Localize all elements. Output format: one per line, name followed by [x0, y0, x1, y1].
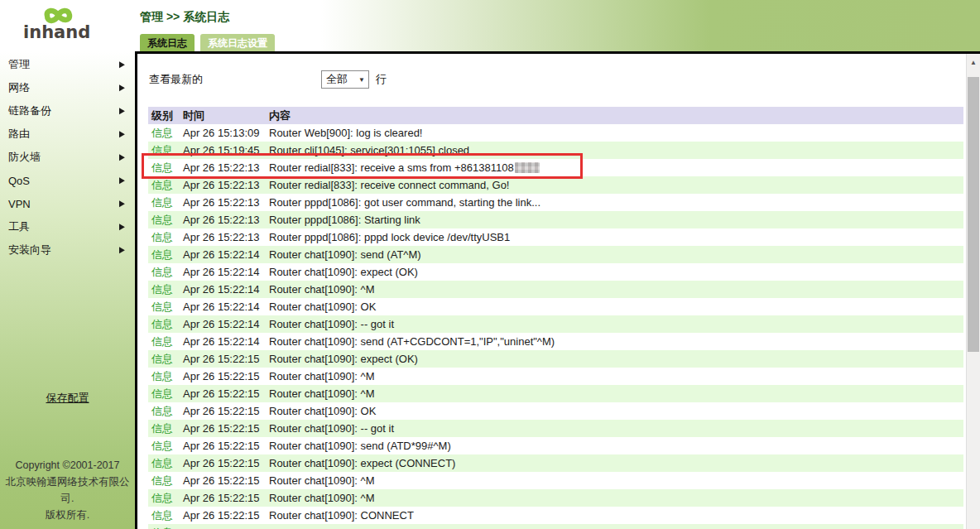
log-level: 信息	[148, 334, 180, 349]
log-content: Router chat[1090]: -- got it	[266, 318, 963, 330]
table-row: 信息 Apr 26 15:22:14 Router chat[1090]: --…	[148, 315, 963, 333]
table-row: 信息 Apr 26 15:22:14 Router chat[1090]: OK	[148, 298, 963, 315]
table-row: 信息 Apr 26 15:22:15 Router chat[1090]: ex…	[148, 350, 963, 368]
log-level: 信息	[148, 195, 180, 210]
copyright-line: 北京映翰通网络技术有限公司.	[0, 474, 135, 507]
sidebar-item-label: VPN	[8, 198, 31, 210]
log-time: Apr 26 15:22:15	[180, 492, 266, 504]
brand-logo-text: inhand	[23, 26, 135, 38]
sidebar-item-4[interactable]: 防火墙 ▶	[0, 146, 135, 169]
copyright-line: 版权所有.	[0, 507, 135, 523]
copyright-text: Copyright ©2001-2017 北京映翰通网络技术有限公司. 版权所有…	[0, 457, 135, 523]
log-content: Router redial[833]: receive a sms from +…	[266, 161, 963, 174]
table-row: 信息 Apr 26 15:22:15 Router chat[1090]: --…	[148, 420, 963, 437]
log-time: Apr 26 15:22:15	[180, 353, 266, 365]
log-time: Apr 26 15:22:15	[180, 405, 266, 417]
log-time: Apr 26 15:22:15	[180, 422, 266, 435]
submenu-arrow-icon: ▶	[119, 245, 125, 255]
log-level: 信息	[148, 404, 180, 419]
sidebar-item-7[interactable]: 工具 ▶	[0, 215, 135, 238]
tab-system-log[interactable]: 系统日志	[138, 32, 196, 51]
table-row: 信息 Apr 26 15:22:14 Router chat[1090]: ^M	[148, 281, 963, 298]
view-latest-label: 查看最新的	[149, 72, 203, 87]
log-level: 信息	[148, 300, 180, 315]
sidebar-item-2[interactable]: 链路备份 ▶	[0, 99, 135, 123]
log-level: 信息	[148, 248, 180, 262]
save-config-link[interactable]: 保存配置	[46, 392, 89, 404]
log-level: 信息	[148, 178, 180, 193]
table-row: 信息 Apr 26 15:22:14 Router chat[1090]: se…	[148, 246, 963, 263]
table-row: 信息 Apr 26 15:22:15 Router chat[1090]: ex…	[148, 454, 963, 472]
scroll-up-icon[interactable]: ▲	[967, 54, 980, 70]
sidebar-item-8[interactable]: 安装向导 ▶	[0, 238, 135, 262]
log-time: Apr 26 15:22:14	[180, 248, 266, 261]
log-time: Apr 26 15:22:14	[180, 283, 266, 296]
log-level: 信息	[148, 387, 180, 402]
dropdown-arrow-icon: ▼	[358, 76, 365, 84]
log-level: 信息	[148, 213, 180, 228]
table-row: 信息 Apr 26 15:22:15 Router chat[1090]: ^M	[148, 472, 963, 489]
sidebar: inhand 管理 ▶ 网络 ▶ 链路备份 ▶ 路由 ▶ 防火墙 ▶ QoS ▶…	[0, 0, 135, 529]
tab-system-log-settings[interactable]: 系统日志设置	[199, 32, 276, 51]
column-header-content: 内容	[266, 108, 963, 123]
log-table: 级别 时间 内容 信息 Apr 26 15:13:09 Router Web[9…	[148, 107, 963, 529]
column-header-level: 级别	[148, 108, 180, 123]
log-content: Router chat[1090]: OK	[266, 301, 963, 313]
log-level: 信息	[148, 126, 180, 141]
log-content: Router chat[1090]: send (AT+CGDCONT=1,"I…	[266, 335, 963, 348]
scroll-down-icon[interactable]: ▼	[967, 525, 980, 529]
log-content: Router chat[1090]: expect (OK)	[266, 353, 963, 365]
sidebar-item-label: QoS	[8, 175, 30, 187]
sidebar-item-6[interactable]: VPN ▶	[0, 192, 135, 215]
table-row: 信息 Apr 26 15:22:15 Router chat[1090]: ^M	[148, 489, 963, 507]
log-level: 信息	[148, 265, 180, 280]
log-level: 信息	[148, 439, 180, 454]
main-area: 管理 >> 系统日志 系统日志 系统日志设置 查看最新的 全部 ▼ 行 级别 时…	[135, 0, 980, 529]
log-level: 信息	[148, 369, 180, 384]
log-table-header: 级别 时间 内容	[148, 107, 963, 124]
log-level: 信息	[148, 456, 180, 471]
sidebar-item-5[interactable]: QoS ▶	[0, 169, 135, 192]
submenu-arrow-icon: ▶	[119, 129, 125, 139]
copyright-line: Copyright ©2001-2017	[0, 457, 135, 474]
log-time: Apr 26 15:22:13	[180, 231, 266, 243]
table-row: 信息 Apr 26 15:22:15 Router chat[1090]: se…	[148, 437, 963, 454]
submenu-arrow-icon: ▶	[119, 106, 125, 116]
log-content: Router chat[1090]: ^M	[266, 387, 963, 400]
tab-bar: 系统日志 系统日志设置	[138, 32, 276, 51]
table-row: 信息 Apr 26 15:22:15 Router chat[1090]: ^M	[148, 368, 963, 385]
log-level: 信息	[148, 508, 180, 523]
scrollbar-thumb[interactable]	[968, 77, 979, 352]
sidebar-item-3[interactable]: 路由 ▶	[0, 123, 135, 146]
log-content: Router chat[1090]: ^M	[266, 370, 963, 382]
scrollbar[interactable]: ▲ ▼	[966, 54, 980, 529]
rows-count-select[interactable]: 全部 ▼	[321, 70, 369, 89]
log-content: Router pppd[1086]: Starting link	[266, 214, 963, 226]
log-time: Apr 26 15:22:13	[180, 214, 266, 226]
rows-count-value: 全部	[326, 72, 348, 87]
log-time: Apr 26 15:22:15	[180, 457, 266, 469]
table-row: 信息 Apr 26 15:22:13 Router redial[833]: r…	[148, 176, 963, 194]
log-content: Router chat[1090]: ^M	[266, 492, 963, 504]
log-level: 信息	[148, 317, 180, 332]
log-time: Apr 26 15:22:15	[180, 370, 266, 382]
log-time: Apr 26 15:22:14	[180, 266, 266, 278]
content-panel: 查看最新的 全部 ▼ 行 级别 时间 内容 信息 Apr 26 15:13:09…	[135, 54, 966, 529]
table-row: 信息 Apr 26 15:22:13 Router pppd[1086]: go…	[148, 194, 963, 211]
table-row: 信息 Apr 26 15:22:13 Router redial[833]: r…	[148, 159, 963, 176]
sidebar-item-1[interactable]: 网络 ▶	[0, 76, 135, 99]
submenu-arrow-icon: ▶	[119, 176, 125, 185]
brand-logo: inhand	[0, 0, 135, 50]
submenu-arrow-icon: ▶	[119, 83, 125, 93]
sidebar-item-0[interactable]: 管理 ▶	[0, 53, 135, 76]
log-level: 信息	[148, 161, 180, 176]
table-row: 信息 Apr 26 15:22:15 Router chat[1090]: ^M	[148, 385, 963, 402]
sidebar-item-label: 防火墙	[8, 150, 41, 165]
log-level: 信息	[148, 352, 180, 367]
log-time: Apr 26 15:22:14	[180, 318, 266, 330]
log-level: 信息	[148, 143, 180, 158]
sidebar-item-label: 安装向导	[8, 243, 51, 257]
table-row: 信息 Apr 26 15:22:15 Router chat[1090]: CO…	[148, 507, 963, 524]
log-content: Router pppd[1086]: pppd lock device /dev…	[266, 231, 963, 243]
log-content: Router chat[1090]: CONNECT	[266, 509, 963, 522]
